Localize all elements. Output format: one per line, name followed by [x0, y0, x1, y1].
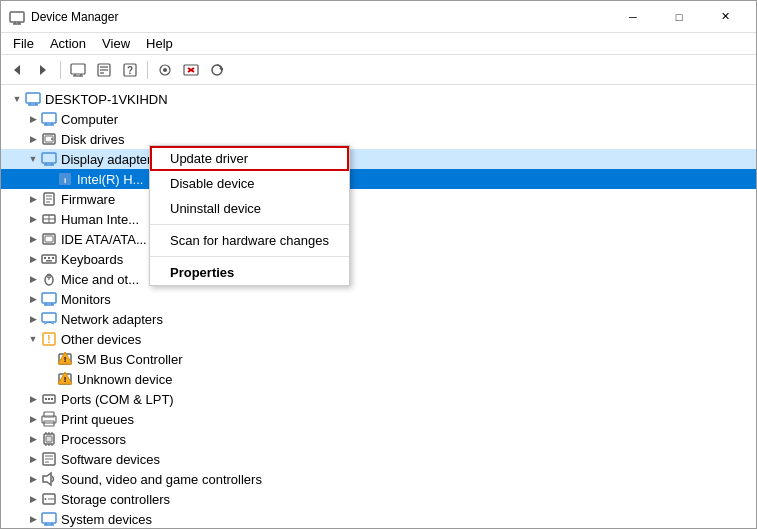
expander-software[interactable]: ▶: [25, 451, 41, 467]
tree-item-processors[interactable]: ▶ Processors: [1, 429, 756, 449]
remove-device-button[interactable]: [179, 58, 203, 82]
window-controls: ─ □ ✕: [610, 1, 748, 33]
tree-item-ports[interactable]: ▶ Ports (COM & LPT): [1, 389, 756, 409]
close-button[interactable]: ✕: [702, 1, 748, 33]
tree-item-disk-drives[interactable]: ▶ Disk drives: [1, 129, 756, 149]
hid-label: Human Inte...: [61, 212, 139, 227]
expander-ide[interactable]: ▶: [25, 231, 41, 247]
expander-ports[interactable]: ▶: [25, 391, 41, 407]
toolbar: ?: [1, 55, 756, 85]
minimize-button[interactable]: ─: [610, 1, 656, 33]
device-manager-window: Device Manager ─ □ ✕ File Action View He…: [0, 0, 757, 529]
ctx-properties[interactable]: Properties: [150, 260, 349, 285]
expander-monitors[interactable]: ▶: [25, 291, 41, 307]
tree-item-keyboards[interactable]: ▶ Keyboards: [1, 249, 756, 269]
tree-item-computer[interactable]: ▶ Computer: [1, 109, 756, 129]
tree-item-print-queues[interactable]: ▶ Print queues: [1, 409, 756, 429]
forward-button[interactable]: [31, 58, 55, 82]
window-title: Device Manager: [31, 10, 610, 24]
devices-button[interactable]: [66, 58, 90, 82]
tree-item-sm-bus[interactable]: ▶ ! SM Bus Controller: [1, 349, 756, 369]
expander-computer[interactable]: ▶: [25, 111, 41, 127]
other-devices-icon: !: [41, 331, 57, 347]
tree-item-firmware[interactable]: ▶ Firmware: [1, 189, 756, 209]
computer-device-icon: [41, 111, 57, 127]
tree-item-sound[interactable]: ▶ Sound, video and game controllers: [1, 469, 756, 489]
expander-root[interactable]: ▼: [9, 91, 25, 107]
ctx-uninstall-device[interactable]: Uninstall device: [150, 196, 349, 221]
svg-text:?: ?: [127, 65, 133, 76]
help-button[interactable]: ?: [118, 58, 142, 82]
computer-label: Computer: [61, 112, 118, 127]
tree-item-unknown-device[interactable]: ▶ ! Unknown device: [1, 369, 756, 389]
svg-marker-92: [43, 473, 51, 485]
tree-item-root[interactable]: ▼ DESKTOP-1VKIHDN: [1, 89, 756, 109]
ctx-separator-2: [150, 256, 349, 257]
ide-label: IDE ATA/ATA...: [61, 232, 147, 247]
tree-item-ide[interactable]: ▶ IDE ATA/ATA...: [1, 229, 756, 249]
device-tree[interactable]: ▼ DESKTOP-1VKIHDN ▶: [1, 85, 756, 528]
expander-other[interactable]: ▼: [25, 331, 41, 347]
mice-label: Mice and ot...: [61, 272, 139, 287]
tree-item-system-devices[interactable]: ▶ System devices: [1, 509, 756, 528]
app-icon: [9, 9, 25, 25]
svg-rect-81: [46, 436, 52, 442]
print-icon: [41, 411, 57, 427]
svg-marker-5: [40, 65, 46, 75]
expander-keyboards[interactable]: ▶: [25, 251, 41, 267]
tree-item-storage[interactable]: ▶ Storage controllers: [1, 489, 756, 509]
ctx-disable-device[interactable]: Disable device: [150, 171, 349, 196]
menu-action[interactable]: Action: [42, 34, 94, 53]
svg-point-94: [45, 498, 47, 500]
tree-item-intel[interactable]: ▶ i Intel(R) H...: [1, 169, 756, 189]
expander-storage[interactable]: ▶: [25, 491, 41, 507]
back-button[interactable]: [5, 58, 29, 82]
tree-item-software-devices[interactable]: ▶ Software devices: [1, 449, 756, 469]
content-area: ▼ DESKTOP-1VKIHDN ▶: [1, 85, 756, 528]
unknown-device-icon: !: [57, 371, 73, 387]
smbus-label: SM Bus Controller: [77, 352, 182, 367]
intel-label: Intel(R) H...: [77, 172, 143, 187]
tree-item-mice[interactable]: ▶ Mice and ot...: [1, 269, 756, 289]
network-label: Network adapters: [61, 312, 163, 327]
context-menu: Update driver Disable device Uninstall d…: [149, 145, 350, 286]
tree-item-monitors[interactable]: ▶ Monitors: [1, 289, 756, 309]
keyboard-icon: [41, 251, 57, 267]
expander-system[interactable]: ▶: [25, 511, 41, 527]
svg-rect-52: [48, 257, 50, 259]
svg-marker-4: [14, 65, 20, 75]
expander-sound[interactable]: ▶: [25, 471, 41, 487]
scan-button[interactable]: [205, 58, 229, 82]
svg-rect-0: [10, 12, 24, 22]
tree-item-other-devices[interactable]: ▼ ! Other devices: [1, 329, 756, 349]
storage-icon: [41, 491, 57, 507]
menu-file[interactable]: File: [5, 34, 42, 53]
svg-rect-6: [71, 64, 85, 74]
ctx-update-driver[interactable]: Update driver: [150, 146, 349, 171]
expander-disk[interactable]: ▶: [25, 131, 41, 147]
svg-rect-96: [42, 513, 56, 523]
tree-item-network[interactable]: ▶ Network adapters: [1, 309, 756, 329]
menu-help[interactable]: Help: [138, 34, 181, 53]
svg-rect-53: [52, 257, 54, 259]
menu-view[interactable]: View: [94, 34, 138, 53]
ctx-scan-hardware[interactable]: Scan for hardware changes: [150, 228, 349, 253]
expander-hid[interactable]: ▶: [25, 211, 41, 227]
tree-item-human-interface[interactable]: ▶ Human Inte...: [1, 209, 756, 229]
properties-button[interactable]: [92, 58, 116, 82]
svg-rect-51: [44, 257, 46, 259]
svg-rect-62: [42, 313, 56, 322]
tree-item-display-adapters[interactable]: ▼ Display adapters: [1, 149, 756, 169]
expander-print[interactable]: ▶: [25, 411, 41, 427]
expander-mice[interactable]: ▶: [25, 271, 41, 287]
show-hidden-button[interactable]: [153, 58, 177, 82]
ports-icon: [41, 391, 57, 407]
expander-display[interactable]: ▼: [25, 151, 41, 167]
expander-network[interactable]: ▶: [25, 311, 41, 327]
maximize-button[interactable]: □: [656, 1, 702, 33]
expander-firmware[interactable]: ▶: [25, 191, 41, 207]
display-icon: [41, 151, 57, 167]
title-bar: Device Manager ─ □ ✕: [1, 1, 756, 33]
expander-processors[interactable]: ▶: [25, 431, 41, 447]
ctx-separator-1: [150, 224, 349, 225]
